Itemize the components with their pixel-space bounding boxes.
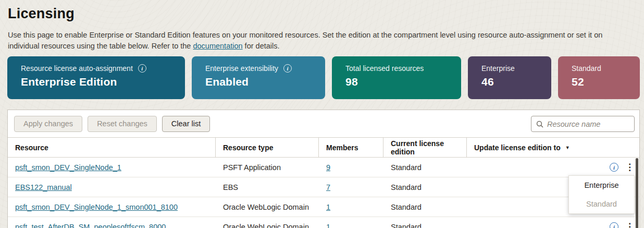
resource-link[interactable]: psft_smon_DEV_SingleNode_1_smon001_8100 [15,203,178,211]
resource-cell: psft_smon_DEV_SingleNode_1_smon001_8100 [8,203,216,211]
column-header-resource: Resource [8,138,216,157]
card-label: Standard [572,64,601,73]
card-value: 46 [481,76,546,88]
resource-link[interactable]: EBS122_manual [15,183,72,191]
table-row: EBS122_manual EBS 7 Standard i [8,177,639,197]
chevron-down-icon [565,145,570,150]
resource-cell: psft_smon_DEV_SingleNode_1 [8,163,216,172]
card-label: Enterprise [481,64,515,73]
table-row: psft_test_AfterDB_SM_peoplesoftfscm_8000… [8,217,639,228]
column-label: Current license edition [391,139,466,156]
menu-item-standard: Standard [569,195,634,213]
update-edition-menu: Enterprise Standard [568,175,635,214]
apply-changes-button[interactable]: Apply changes [14,116,82,132]
table-scrollbar[interactable] [635,158,639,228]
column-header-resource-type: Resource type [216,138,319,157]
row-actions: i [467,163,639,172]
card-label-row: Enterprise [481,64,546,73]
card-label: Total licensed resources [345,64,424,73]
members-cell: 9 [319,163,383,172]
table-header: Resource Resource type Members Current l… [8,138,639,158]
card-label-row: Resource license auto-assignment i [21,64,180,73]
card-label: Enterprise extensibility [205,64,278,73]
resource-type-cell: Oracle WebLogic Domain [216,203,319,211]
info-icon[interactable]: i [610,222,618,228]
scrollbar-thumb[interactable] [636,158,638,228]
info-icon[interactable]: i [610,163,618,172]
card-value: 98 [345,76,456,88]
resource-link[interactable]: psft_smon_DEV_SingleNode_1 [15,163,121,172]
resource-cell: EBS122_manual [8,183,216,191]
column-label: Members [326,143,358,152]
documentation-link[interactable]: documentation [193,42,242,50]
members-link[interactable]: 9 [326,163,330,172]
card-standard-count: Standard 52 [558,56,640,99]
card-value: Enterprise Edition [21,76,180,88]
current-edition-cell: Standard [383,163,467,172]
card-enterprise-count: Enterprise 46 [468,56,551,99]
resource-link[interactable]: psft_test_AfterDB_SM_peoplesoftfscm_8000 [15,223,166,228]
row-actions: i [467,222,639,228]
description-text-after: for details. [243,42,280,50]
members-cell: 1 [319,223,383,228]
column-header-current-license-edition: Current license edition [383,138,467,157]
table-row: psft_smon_DEV_SingleNode_1 PSFT Applicat… [8,158,639,177]
members-cell: 1 [319,203,383,211]
resource-type-cell: PSFT Application [216,163,319,172]
table-row: psft_smon_DEV_SingleNode_1_smon001_8100 … [8,197,639,217]
info-icon[interactable]: i [138,64,146,73]
card-label: Resource license auto-assignment [21,64,133,73]
members-link[interactable]: 1 [326,203,330,211]
card-label-row: Enterprise extensibility i [205,64,320,73]
page-description: Use this page to enable Enterprise or St… [8,30,627,51]
column-label: Update license edition to [474,143,561,152]
card-value: 52 [572,76,635,88]
members-link[interactable]: 1 [326,223,330,228]
card-label-row: Total licensed resources [345,64,456,73]
table-toolbar: Apply changes Reset changes Clear list [8,110,639,138]
members-cell: 7 [319,183,383,191]
column-header-update-license-edition[interactable]: Update license edition to [467,138,639,157]
card-total-licensed-resources: Total licensed resources 98 [332,56,461,99]
reset-changes-button[interactable]: Reset changes [88,116,157,132]
description-text-before: Use this page to enable Enterprise or St… [8,31,602,50]
card-value: Enabled [205,76,320,88]
members-link[interactable]: 7 [326,183,330,191]
resource-type-cell: Oracle WebLogic Domain [216,223,319,228]
card-enterprise-extensibility: Enterprise extensibility i Enabled [192,56,325,99]
resource-type-cell: EBS [216,183,319,191]
info-icon[interactable]: i [283,64,292,73]
current-edition-cell: Standard [383,203,467,211]
resource-search-box[interactable] [531,116,635,132]
resources-table-panel: Apply changes Reset changes Clear list R… [7,110,640,228]
current-edition-cell: Standard [383,223,467,228]
card-label-row: Standard [572,64,635,73]
summary-cards: Resource license auto-assignment i Enter… [7,56,640,99]
clear-list-button[interactable]: Clear list [162,116,210,132]
kebab-menu-icon[interactable] [625,222,630,228]
column-label: Resource [15,143,48,152]
column-header-members: Members [319,138,383,157]
page-title: Licensing [8,6,75,22]
search-icon [536,121,543,128]
kebab-menu-icon[interactable] [625,163,630,172]
resource-cell: psft_test_AfterDB_SM_peoplesoftfscm_8000 [8,223,216,228]
card-resource-license-auto-assignment: Resource license auto-assignment i Enter… [7,56,185,99]
current-edition-cell: Standard [383,183,467,191]
column-label: Resource type [223,143,273,152]
menu-item-enterprise[interactable]: Enterprise [569,176,634,195]
search-input[interactable] [547,120,629,128]
